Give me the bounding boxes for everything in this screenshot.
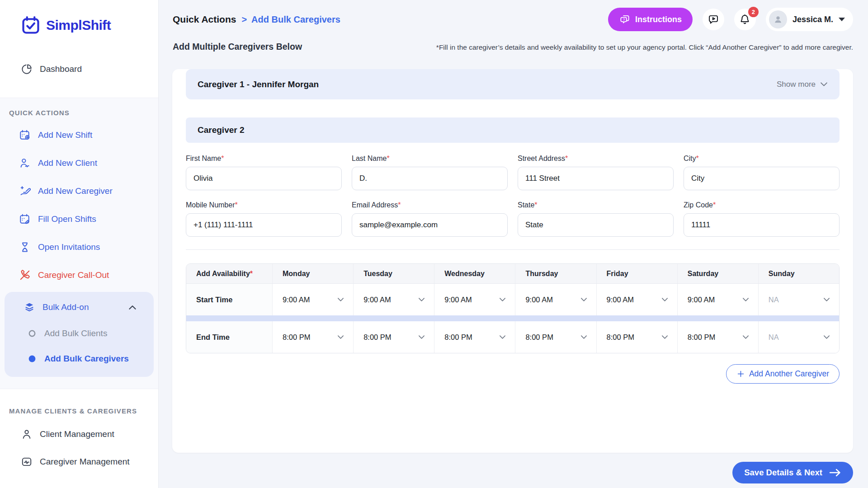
end-time-select-saturday[interactable]: 8:00 PM <box>677 321 758 353</box>
avatar <box>769 10 787 28</box>
last-name-input[interactable] <box>352 167 508 190</box>
sidebar-item-bulk-addon[interactable]: Bulk Add-on <box>5 294 154 321</box>
start-time-select-tuesday[interactable]: 9:00 AM <box>353 284 434 315</box>
manage-section-title: MANAGE CLIENTS & CAREGIVERS <box>0 407 158 415</box>
start-time-select-wednesday[interactable]: 9:00 AM <box>434 284 515 315</box>
show-more-toggle[interactable]: Show more <box>777 80 828 89</box>
instructions-label: Instructions <box>635 15 682 24</box>
sidebar-item-client-management[interactable]: Client Management <box>0 420 158 448</box>
add-caregiver-row: Add Another Caregiver <box>186 364 840 384</box>
calendar-check-logo-icon <box>21 15 41 35</box>
chevron-down-icon <box>742 297 749 302</box>
end-time-select-wednesday[interactable]: 8:00 PM <box>434 321 515 353</box>
sidebar-item-add-new-caregiver[interactable]: Add New Caregiver <box>0 177 158 205</box>
street-address-label: Street Address* <box>518 155 568 162</box>
sidebar-item-add-new-client[interactable]: Add New Client <box>0 149 158 177</box>
sidebar-item-label: Add Bulk Caregivers <box>44 354 129 364</box>
start-time-select-friday[interactable]: 9:00 AM <box>596 284 677 315</box>
first-name-label: First Name* <box>186 155 224 162</box>
chevron-down-icon <box>418 297 425 302</box>
start-time-select-monday[interactable]: 9:00 AM <box>272 284 353 315</box>
sidebar-item-caregiver-call-out[interactable]: Caregiver Call-Out <box>0 261 158 289</box>
zip-code-input[interactable] <box>684 213 840 237</box>
availability-header-cell: Tuesday <box>353 264 434 284</box>
sidebar-item-fill-open-shifts[interactable]: Fill Open Shifts <box>0 205 158 233</box>
show-more-label: Show more <box>777 80 816 89</box>
availability-header-cell: Friday <box>596 264 677 284</box>
end-time-select-monday[interactable]: 8:00 PM <box>272 321 353 353</box>
city-input[interactable] <box>684 167 840 190</box>
city-field: City* <box>684 155 840 190</box>
sidebar-item-label: Dashboard <box>40 64 82 74</box>
end-time-select-tuesday[interactable]: 8:00 PM <box>353 321 434 353</box>
instructions-button[interactable]: ? Instructions <box>608 8 693 31</box>
breadcrumb-parent[interactable]: Quick Actions <box>173 14 236 25</box>
start-time-select-saturday[interactable]: 9:00 AM <box>677 284 758 315</box>
page-subheader: Add Multiple Caregivers Below *Fill in t… <box>159 32 868 52</box>
availability-header-cell: Monday <box>272 264 353 284</box>
chevron-down-icon <box>661 297 668 302</box>
chevron-up-icon <box>128 305 137 310</box>
caregivers-card: Caregiver 1 - Jennifer Morgan Show more … <box>172 69 853 453</box>
sidebar-item-add-bulk-clients[interactable]: Add Bulk Clients <box>5 321 154 346</box>
chevron-down-icon <box>337 297 344 302</box>
state-input[interactable] <box>518 213 674 237</box>
zip-code-field: Zip Code* <box>684 201 840 237</box>
sidebar-item-add-bulk-caregivers[interactable]: Add Bulk Caregivers <box>5 346 154 371</box>
sidebar-item-label: Add New Shift <box>38 130 92 140</box>
save-details-next-label: Save Details & Next <box>744 468 822 478</box>
save-details-next-button[interactable]: Save Details & Next <box>732 462 853 483</box>
first-name-input[interactable] <box>186 167 342 190</box>
hourglass-icon <box>19 241 31 253</box>
chevron-down-icon <box>823 335 830 339</box>
sidebar-item-label: Bulk Add-on <box>42 302 121 312</box>
page-title: Add Multiple Caregivers Below <box>173 42 302 52</box>
user-menu[interactable]: Jessica M. <box>766 8 853 31</box>
notifications-button[interactable]: 2 <box>734 9 756 30</box>
form-divider <box>186 249 840 250</box>
availability-header-cell: Thursday <box>515 264 596 284</box>
state-field: State* <box>518 201 674 237</box>
city-label: City* <box>684 155 699 162</box>
chevron-down-icon <box>823 297 830 302</box>
street-address-input[interactable] <box>518 167 674 190</box>
mobile-number-label: Mobile Number* <box>186 201 238 209</box>
feedback-button[interactable] <box>703 9 724 30</box>
quick-actions-section: QUICK ACTIONS Add New Shift <box>0 98 158 389</box>
chevron-down-icon <box>661 335 668 339</box>
chevron-down-icon <box>820 82 828 87</box>
start-time-select-sunday[interactable]: NA <box>758 284 839 315</box>
caregiver-2-form-row-2: Mobile Number* Email Address* State* Zip… <box>186 201 840 237</box>
sidebar-item-open-invitations[interactable]: Open Invitations <box>0 233 158 261</box>
radio-selected-icon <box>28 355 36 363</box>
quick-actions-title: QUICK ACTIONS <box>0 109 158 117</box>
layers-icon <box>24 301 35 313</box>
sidebar-item-caregiver-management[interactable]: Caregiver Management <box>0 448 158 475</box>
breadcrumb-separator: > <box>241 14 247 25</box>
sidebar-item-dashboard[interactable]: Dashboard <box>0 61 158 77</box>
end-time-row-label: End Time <box>186 321 272 353</box>
caregiver-1-header[interactable]: Caregiver 1 - Jennifer Morgan Show more <box>186 69 840 99</box>
caregiver-2-header: Caregiver 2 <box>186 117 840 143</box>
sidebar-item-add-new-shift[interactable]: Add New Shift <box>0 121 158 149</box>
end-time-select-thursday[interactable]: 8:00 PM <box>515 321 596 353</box>
state-label: State* <box>518 201 538 209</box>
last-name-label: Last Name* <box>352 155 390 162</box>
bulk-addon-group: Bulk Add-on Add Bulk Clients Add Bulk C <box>5 292 154 377</box>
add-another-caregiver-button[interactable]: Add Another Caregiver <box>726 364 840 384</box>
email-address-label: Email Address* <box>352 201 401 209</box>
start-time-select-thursday[interactable]: 9:00 AM <box>515 284 596 315</box>
email-address-input[interactable] <box>352 213 508 237</box>
street-address-field: Street Address* <box>518 155 674 190</box>
app-logo: SimplShift <box>21 15 158 35</box>
sidebar-item-label: Add New Client <box>38 158 97 168</box>
sidebar: SimplShift Dashboard QUICK ACTIONS A <box>0 0 159 488</box>
end-time-select-friday[interactable]: 8:00 PM <box>596 321 677 353</box>
person-icon <box>21 428 33 440</box>
phone-slash-icon <box>19 269 31 281</box>
user-name: Jessica M. <box>793 15 833 24</box>
end-time-select-sunday[interactable]: NA <box>758 321 839 353</box>
sidebar-item-label: Client Management <box>40 429 114 439</box>
availability-header-cell: Sunday <box>758 264 839 284</box>
mobile-number-input[interactable] <box>186 213 342 237</box>
